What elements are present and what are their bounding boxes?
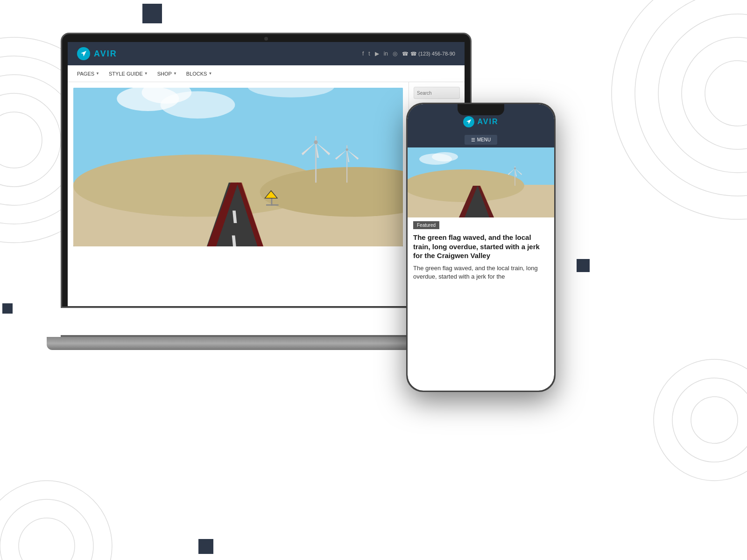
svg-point-38 <box>514 168 516 169</box>
svg-point-18 <box>314 140 318 144</box>
circle-left-1 <box>0 112 42 168</box>
phone-screen: AVIR ☰ MENU <box>408 104 554 391</box>
phone-number: ☎ ☎ (123) 456-78-90 <box>402 51 455 57</box>
twitter-icon: t <box>368 50 370 57</box>
phone-logo-icon <box>463 116 474 127</box>
nav-blocks-chevron: ▼ <box>208 71 212 76</box>
nav-pages-chevron: ▼ <box>96 71 99 76</box>
phone-mockup: AVIR ☰ MENU <box>406 103 556 392</box>
nav-pages[interactable]: PAGES ▼ <box>77 71 99 77</box>
phone-outer: AVIR ☰ MENU <box>406 103 556 392</box>
bg-square-3 <box>2 303 13 314</box>
site-main: RECENT POSTS The green flag waved, long … <box>68 82 465 306</box>
phone-logo-text-1: AVI <box>477 118 492 126</box>
nav-shop-label: SHOP <box>157 71 172 77</box>
instagram-icon: ◎ <box>393 50 397 57</box>
youtube-icon: ▶ <box>375 50 379 57</box>
facebook-icon: f <box>362 50 364 57</box>
circle-bl-2 <box>0 499 93 560</box>
site-logo: AVIR <box>77 47 117 60</box>
svg-point-30 <box>408 169 524 202</box>
nav-style-guide-label: STYLE GUIDE <box>109 71 143 77</box>
laptop-screen-inner: AVIR f t ▶ in ◎ ☎ ☎ (123) 456-78-90 <box>68 42 465 306</box>
phone-menu-button[interactable]: ☰ MENU <box>465 135 497 145</box>
circle-br-1 <box>691 397 738 443</box>
svg-marker-0 <box>81 51 86 56</box>
nav-shop-chevron: ▼ <box>173 71 177 76</box>
logo-text: AVIR <box>94 49 117 59</box>
site-nav: PAGES ▼ STYLE GUIDE ▼ SHOP ▼ BLOCKS ▼ <box>68 65 465 82</box>
phone-notch <box>458 104 504 115</box>
nav-blocks[interactable]: BLOCKS ▼ <box>186 71 212 77</box>
phone-menu-bar: ☰ MENU <box>408 132 554 147</box>
sidebar-search-input[interactable] <box>414 87 460 99</box>
circle-right-3 <box>658 14 747 173</box>
logo-icon <box>77 47 90 60</box>
circle-right-4 <box>635 0 747 196</box>
nav-pages-label: PAGES <box>77 71 94 77</box>
hero-image <box>73 88 403 246</box>
circle-right-1 <box>705 61 747 126</box>
bg-square-2 <box>577 259 590 272</box>
svg-point-4 <box>160 91 235 119</box>
svg-marker-27 <box>466 119 472 125</box>
site-header: AVIR f t ▶ in ◎ ☎ ☎ (123) 456-78-90 <box>68 42 465 65</box>
phone-logo-text: AVIR <box>477 118 498 126</box>
circle-left-2 <box>0 93 61 187</box>
phone-logo: AVIR <box>463 116 498 127</box>
hamburger-icon: ☰ <box>471 137 475 142</box>
circle-right-2 <box>682 37 747 149</box>
logo-text-1: AVI <box>94 49 110 58</box>
phone-icon: ☎ <box>402 51 409 57</box>
phone-text: ☎ (123) 456-78-90 <box>410 51 455 57</box>
laptop-camera <box>264 37 268 41</box>
featured-badge: Featured <box>408 217 554 233</box>
bg-square-1 <box>142 4 162 23</box>
svg-point-23 <box>345 148 348 151</box>
circle-bl-3 <box>0 481 112 560</box>
phone-article-body: The green flag waved, and the local trai… <box>408 264 554 281</box>
phone-logo-accent: R <box>492 118 499 126</box>
circle-br-3 <box>654 359 747 481</box>
nav-blocks-label: BLOCKS <box>186 71 207 77</box>
logo-accent: R <box>110 49 117 58</box>
phone-hero-image <box>408 147 554 217</box>
featured-badge-label: Featured <box>413 221 439 229</box>
circle-br-2 <box>672 378 747 462</box>
circle-right-5 <box>612 0 747 219</box>
linkedin-icon: in <box>384 50 388 57</box>
phone-article-title: The green flag waved, and the local trai… <box>408 233 554 264</box>
svg-point-40 <box>432 152 458 161</box>
nav-style-guide[interactable]: STYLE GUIDE ▼ <box>109 71 148 77</box>
menu-label: MENU <box>477 137 491 142</box>
site-content <box>68 82 409 306</box>
header-right: f t ▶ in ◎ ☎ ☎ (123) 456-78-90 <box>362 50 455 57</box>
bg-square-4 <box>198 539 213 554</box>
circle-bl-1 <box>19 518 75 560</box>
nav-shop[interactable]: SHOP ▼ <box>157 71 177 77</box>
nav-style-guide-chevron: ▼ <box>144 71 148 76</box>
